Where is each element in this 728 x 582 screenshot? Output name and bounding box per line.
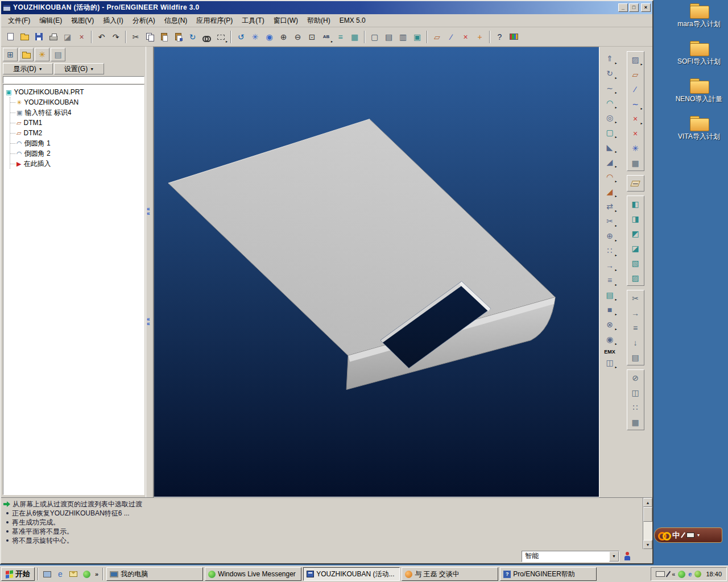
desktop-folder[interactable]: NENO導入計量 <box>673 77 725 103</box>
saved-orientations-button[interactable]: AB▸ <box>319 30 333 44</box>
scroll-up-icon[interactable]: ▲ <box>643 498 652 507</box>
taskbar-task-help[interactable]: ?Pro/ENGINEER帮助 <box>500 567 597 581</box>
datum-planes-toggle-button[interactable]: ▱ <box>430 30 444 44</box>
csys-toggle-button[interactable]: + <box>473 30 487 44</box>
flyout-arrow-icon[interactable]: ▸ <box>615 283 617 286</box>
flyout-arrow-icon[interactable]: ▸ <box>615 253 617 257</box>
flyout-arrow-icon[interactable]: ▸ <box>615 180 617 183</box>
model-tree[interactable]: ▣YOUZHIKOUBAN.PRT✳YOUZHIKOUBAN▣输入特征 标识4▱… <box>3 84 144 495</box>
layers-button[interactable]: ≡ <box>333 30 348 44</box>
show-desktop-button[interactable] <box>42 568 53 580</box>
datum-points-toggle-button[interactable]: × <box>458 30 473 44</box>
menu-item-6[interactable]: 应用程序(P) <box>192 14 237 27</box>
messenger-tray-icon[interactable] <box>678 571 685 578</box>
pattern-tool-button[interactable]: ∷▸ <box>602 243 618 257</box>
ie-tray-icon[interactable]: e <box>688 571 692 577</box>
ime-language-indicator[interactable]: 中 <box>672 530 680 541</box>
section-view-button[interactable]: ⊘ <box>628 371 643 385</box>
datum-point-button[interactable]: ×▸ <box>628 111 643 126</box>
pen-tray-icon[interactable] <box>666 571 671 577</box>
scrollbar-thumb[interactable] <box>643 507 652 522</box>
menu-item-8[interactable]: 窗口(W) <box>269 14 303 27</box>
mirror-tool-button[interactable]: ⇄▸ <box>602 199 618 213</box>
offset-tool-button[interactable]: ≡▸ <box>602 273 618 287</box>
chamfer-tool-button[interactable]: ◢▸ <box>602 184 618 198</box>
extrude-surface-button[interactable]: ◧ <box>628 197 643 211</box>
zoom-out-button[interactable]: ⊖ <box>291 30 305 44</box>
extrude-tool-button[interactable]: ⇑▸ <box>602 51 618 65</box>
message-scrollbar[interactable]: ▲ ▼ <box>643 498 652 549</box>
datum-csys-button[interactable]: ✳ <box>628 141 643 155</box>
collapse-chevron-icon[interactable]: «« <box>147 207 150 216</box>
flyout-arrow-icon[interactable]: ▸ <box>226 40 228 43</box>
tree-item[interactable]: ◠倒圆角 1 <box>10 138 143 148</box>
spin-center-button[interactable]: ✳ <box>248 30 262 44</box>
tree-root-item[interactable]: ▣YOUZHIKOUBAN.PRT <box>5 87 143 97</box>
menu-item-0[interactable]: 文件(F) <box>3 14 35 27</box>
close-button[interactable]: × <box>641 3 651 12</box>
flyout-arrow-icon[interactable]: ▸ <box>331 40 333 43</box>
revolve-tool-button[interactable]: ↻▸ <box>602 66 618 80</box>
find-button[interactable] <box>200 30 214 44</box>
restore-button[interactable]: □ <box>629 3 639 12</box>
ime-keyboard-icon[interactable] <box>686 533 694 538</box>
flyout-arrow-icon[interactable]: ▸ <box>615 209 617 213</box>
paste-button[interactable] <box>157 30 171 44</box>
flyout-arrow-icon[interactable]: ▸ <box>615 194 617 198</box>
flyout-arrow-icon[interactable]: ▸ <box>615 106 617 109</box>
wrap-tool-button[interactable]: ◉▸ <box>602 332 618 346</box>
datum-plane-button[interactable]: ▱ <box>628 67 643 81</box>
messenger-launch-button[interactable] <box>81 568 92 580</box>
shaded-button[interactable]: ▣ <box>410 30 424 44</box>
cut-button[interactable]: ✂ <box>129 30 143 44</box>
flyout-arrow-icon[interactable]: ▸ <box>615 150 617 153</box>
flyout-arrow-icon[interactable]: ▸ <box>640 107 642 110</box>
delete-button[interactable]: × <box>75 30 89 44</box>
flyout-arrow-icon[interactable]: ▸ <box>615 268 617 272</box>
trim-surface-button[interactable]: ✂ <box>628 291 643 305</box>
flyout-arrow-icon[interactable]: ▸ <box>615 327 617 331</box>
print-button[interactable] <box>46 30 60 44</box>
flyout-arrow-icon[interactable]: ▸ <box>640 122 642 125</box>
select-filter-button[interactable]: ▸ <box>214 30 228 44</box>
paste-special-button[interactable] <box>171 30 185 44</box>
sweep-tool-button[interactable]: ∼▸ <box>602 81 618 95</box>
desktop-folder[interactable]: SOFI导入计划 <box>673 40 725 65</box>
revolve-surface-button[interactable]: ◨ <box>628 211 643 226</box>
datum-axis-button[interactable]: ∕ <box>628 82 643 96</box>
zoom-in-button[interactable]: ⊕ <box>276 30 291 44</box>
tree-display-button[interactable]: 显示(D) ▼ <box>3 63 53 74</box>
datum-field-point-button[interactable]: × <box>628 126 643 140</box>
blend-surface-button[interactable]: ◪ <box>628 241 643 255</box>
taskbar-task-chat[interactable]: 与 王磊 交谈中 <box>402 567 498 581</box>
sweep-surface-button[interactable]: ◩ <box>628 226 643 240</box>
zone-clip-button[interactable]: ◫ <box>628 385 643 400</box>
open-button[interactable] <box>18 30 32 44</box>
mail-launch-button[interactable] <box>68 568 79 580</box>
calculator-button[interactable]: ▦ <box>628 415 643 429</box>
quicklaunch-overflow-icon[interactable]: » <box>94 571 100 577</box>
flyout-arrow-icon[interactable]: ▸ <box>615 76 617 80</box>
favorites-button[interactable]: ✳ <box>35 48 49 61</box>
flyout-arrow-icon[interactable]: ▸ <box>615 224 617 227</box>
scrollbar-track[interactable] <box>643 507 652 540</box>
tree-settings-button[interactable]: 设置(G) ▼ <box>54 63 104 74</box>
wireframe-button[interactable]: ▢ <box>367 30 382 44</box>
sketched-datum-button[interactable]: ▨▸ <box>628 52 643 66</box>
flyout-arrow-icon[interactable]: ▸ <box>615 239 617 242</box>
offset-edge-button[interactable]: ≡ <box>628 321 643 335</box>
regenerate-button[interactable]: ↻ <box>185 30 200 44</box>
flyout-arrow-icon[interactable]: ▸ <box>615 120 617 124</box>
thicken-surface-button[interactable]: ▤ <box>628 350 643 364</box>
merge-tool-button[interactable]: ⊕▸ <box>602 228 618 243</box>
view-manager-button[interactable]: ▦ <box>348 30 362 44</box>
tree-item[interactable]: ◠倒圆角 2 <box>10 148 143 159</box>
menu-item-9[interactable]: 帮助(H) <box>303 14 335 27</box>
copy-button[interactable] <box>143 30 157 44</box>
menu-item-3[interactable]: 插入(I) <box>98 14 127 27</box>
flyout-arrow-icon[interactable]: ▸ <box>615 342 617 346</box>
project-curve-button[interactable]: ↓ <box>628 335 643 350</box>
flyout-arrow-icon[interactable]: ▸ <box>640 63 642 66</box>
model-tree-toggle-button[interactable]: ⊞ <box>3 48 18 61</box>
shell-tool-button[interactable]: ▢▸ <box>602 125 618 139</box>
